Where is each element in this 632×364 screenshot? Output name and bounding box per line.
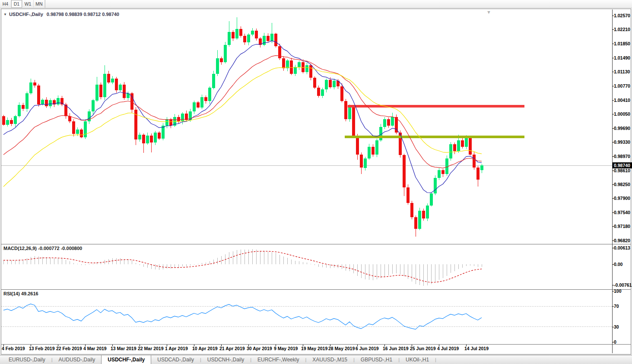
tab-usdcnh-daily[interactable]: USDCNH-,Daily	[201, 355, 250, 364]
rsi-axis-label: 100	[614, 288, 622, 294]
date-axis-label: 21 Apr 2019	[219, 346, 245, 351]
metatrader-screen: H4D1W1MN ▼ USDCHF-,Daily 0.98798 0.98839…	[0, 0, 632, 364]
price-axis-label: 1.00410	[614, 98, 630, 103]
date-axis-label: 13 Feb 2019	[29, 346, 55, 351]
price-axis-label: 0.97540	[614, 210, 630, 215]
chart-window	[1, 9, 631, 355]
timeframe-button-d1[interactable]: D1	[11, 0, 22, 8]
tab-gbpusd-h1[interactable]: GBPUSD-,H1	[355, 355, 398, 364]
date-axis-label: 14 Jul 2019	[464, 346, 489, 351]
tab-ukoil-h1[interactable]: UKOil-,H1	[400, 355, 435, 364]
date-axis-label: 25 Jun 2019	[410, 346, 436, 351]
chart-tab-bar: EURUSD-,Daily|AUDUSD-,DailyUSDCHF-,Daily…	[0, 355, 632, 364]
macd-indicator-label: MACD(12,26,9) -0.000772 -0.000800	[3, 246, 82, 251]
price-axis-label: 1.01850	[614, 41, 630, 46]
date-axis-label: 4 Jul 2019	[437, 346, 459, 351]
date-axis-label: 28 May 2019	[328, 346, 355, 351]
rsi-axis-label: 0	[614, 339, 616, 345]
timeframe-button-mn[interactable]: MN	[34, 0, 45, 8]
date-axis-label: 13 Mar 2019	[111, 346, 137, 351]
date-axis-label: 4 Mar 2019	[83, 346, 107, 351]
date-axis-label: 22 Mar 2019	[138, 346, 164, 351]
timeframe-button-h4[interactable]: H4	[0, 0, 11, 8]
tab-eurusd-daily[interactable]: EURUSD-,Daily	[3, 355, 51, 364]
date-axis-label: 10 Apr 2019	[192, 346, 218, 351]
timeframe-toolbar: H4D1W1MN	[0, 0, 632, 8]
timeframe-button-w1[interactable]: W1	[22, 0, 34, 8]
date-axis-label: 9 May 2019	[274, 346, 298, 351]
date-axis-label: 30 Apr 2019	[247, 346, 272, 351]
rsi-axis-label: 70	[614, 304, 619, 309]
price-axis-label: 0.97180	[614, 224, 630, 229]
date-axis-label: 6 Jun 2019	[356, 346, 379, 351]
date-axis-label: 16 Jun 2019	[383, 346, 409, 351]
price-axis-label: 0.98610	[614, 168, 630, 173]
price-axis-label: 0.97900	[614, 196, 630, 201]
tab-xauusd-m15[interactable]: XAUUSD-,M15	[306, 355, 353, 364]
tab-separator: |	[435, 355, 436, 364]
price-axis-label: 1.02210	[614, 27, 630, 32]
date-axis-label: 4 Feb 2019	[2, 346, 25, 351]
date-axis-label: 1 Apr 2019	[165, 346, 188, 351]
date-axis-label: 19 May 2019	[301, 346, 327, 351]
tab-audusd-daily[interactable]: AUDUSD-,Daily	[53, 355, 102, 364]
price-axis-label: 1.00770	[614, 83, 630, 89]
price-axis-label: 0.99690	[614, 126, 630, 131]
chart-ohlc-values: 0.98798 0.98839 0.98712 0.98740	[47, 12, 119, 17]
price-axis-label: 0.98250	[614, 182, 630, 187]
price-axis-label: 0.96820	[614, 238, 630, 243]
current-price-tag: 0.98740	[613, 162, 632, 168]
price-axis-label: 1.00050	[614, 111, 630, 117]
tab-eurchf-weekly[interactable]: EURCHF-,Weekly	[251, 355, 305, 364]
macd-axis-label: 0.00	[614, 262, 622, 267]
chart-title: ▼ USDCHF-,Daily 0.98798 0.98839 0.98712 …	[3, 12, 119, 17]
date-axis-label: 22 Feb 2019	[56, 346, 82, 351]
macd-axis-label: 0.00613	[614, 245, 630, 250]
tab-usdchf-daily[interactable]: USDCHF-,Daily	[101, 355, 151, 364]
tab-usdcad-daily[interactable]: USDCAD-,Daily	[151, 355, 200, 364]
macd-axis-label: -0.007612	[614, 282, 632, 288]
price-axis-label: 1.02570	[614, 13, 630, 18]
price-axis-label: 0.98970	[614, 154, 630, 159]
chart-dropdown-icon: ▼	[3, 13, 7, 16]
price-axis-label: 1.01130	[614, 69, 630, 74]
chart-shift-marker-icon[interactable]: ▼	[486, 9, 491, 15]
price-axis-label: 1.01490	[614, 55, 630, 60]
rsi-axis-label: 30	[614, 324, 619, 329]
toolbar-divider	[45, 0, 45, 8]
chart-symbol-label: USDCHF-,Daily	[9, 12, 43, 17]
price-axis-label: 0.99330	[614, 139, 630, 145]
rsi-indicator-label: RSI(14) 49.2616	[3, 291, 38, 296]
